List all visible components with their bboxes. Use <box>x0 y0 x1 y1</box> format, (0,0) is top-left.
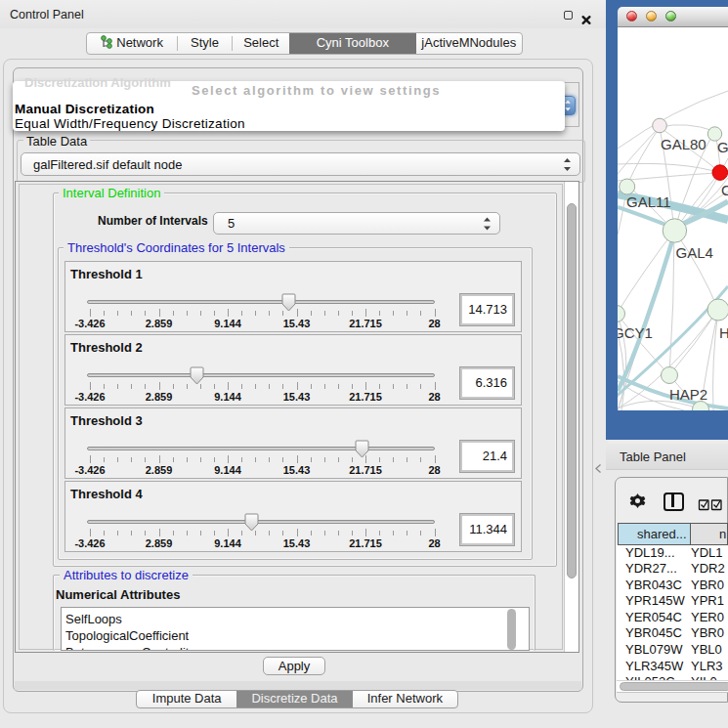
svg-text:GCY1: GCY1 <box>618 324 653 341</box>
svg-text:C: C <box>721 182 728 198</box>
svg-text:GAL11: GAL11 <box>626 193 671 210</box>
svg-text:GAL4: GAL4 <box>676 244 713 261</box>
svg-text:H: H <box>719 324 728 341</box>
svg-text:GAL80: GAL80 <box>661 136 707 152</box>
svg-text:HAP2: HAP2 <box>669 386 707 403</box>
svg-text:G.: G. <box>717 139 728 155</box>
